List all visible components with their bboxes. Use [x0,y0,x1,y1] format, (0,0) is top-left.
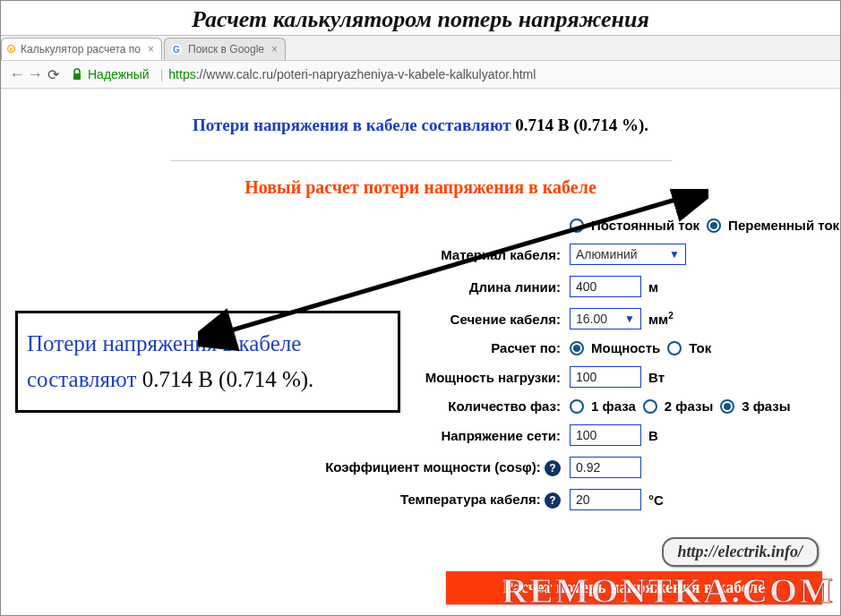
unit-temp: °С [648,492,664,508]
svg-rect-4 [73,73,81,80]
help-icon[interactable]: ? [545,492,561,509]
row-length: Длина линии: м [1,276,840,297]
label-material: Материал кабеля: [1,247,570,262]
radio-power[interactable] [570,341,584,355]
callout-value: 0.714 В (0.714 %). [142,367,314,391]
svg-text:G: G [173,45,180,55]
input-voltage[interactable] [570,424,641,446]
address-bar: ← → ⟳ Надежный | https://www.calc.ru/pot… [1,60,840,89]
label-ac: Переменный ток [728,218,839,233]
input-length[interactable] [570,276,641,297]
unit-length: м [648,279,658,295]
row-material: Материал кабеля: Алюминий ▼ [1,244,840,265]
browser-tabstrip: К Калькулятор расчета по × G Поиск в Goo… [1,35,840,60]
label-3phase: 3 фазы [742,398,790,414]
google-favicon-icon: G [170,43,183,56]
callout-box: Потери напряжения в кабеле составляют 0.… [15,311,400,413]
calculate-button[interactable]: Расчет потерь напряжения в кабеле [446,571,822,604]
unit-section: мм2 [648,311,674,327]
chevron-down-icon: ▼ [669,248,680,261]
page-heading: Расчет калькулятором потерь напряжения [1,1,840,35]
select-material-value: Алюминий [576,247,638,261]
label-1phase: 1 фаза [591,398,636,414]
close-icon[interactable]: × [148,43,154,56]
select-section-value: 16.00 [576,312,607,326]
url-field[interactable]: https://www.calc.ru/poteri-napryazheniya… [168,67,536,81]
nav-forward-icon[interactable]: → [26,65,44,84]
result-prefix: Потери напряжения в кабеле составляют [193,116,515,134]
result-summary: Потери напряжения в кабеле составляют 0.… [1,116,840,135]
input-temp[interactable] [570,489,641,510]
unit-load: Вт [648,370,665,385]
browser-tab-active[interactable]: К Калькулятор расчета по × [1,38,162,60]
label-length: Длина линии: [1,279,570,295]
url-scheme: https [168,67,195,81]
section-title: Новый расчет потери напряжения в кабеле [1,177,840,198]
browser-tab-title: Калькулятор расчета по [21,43,141,56]
secure-badge: Надежный [72,67,150,81]
label-voltage: Напряжение сети: [1,428,570,443]
label-cosphi: Коэффициент мощности (cosφ): ? [1,459,570,476]
input-cosphi[interactable] [570,457,641,478]
result-value: 0.714 В (0.714 %). [515,116,648,134]
nav-back-icon[interactable]: ← [8,65,26,84]
label-2phase: 2 фазы [665,398,713,414]
row-current-type: Постоянный ток Переменный ток [1,218,840,233]
unit-voltage: В [648,428,658,443]
label-temp: Температура кабеля: ? [1,492,570,509]
secure-label: Надежный [88,67,150,81]
row-cosphi: Коэффициент мощности (cosφ): ? [1,457,840,478]
row-voltage: Напряжение сети: В [1,424,840,446]
page-content: Потери напряжения в кабеле составляют 0.… [1,89,840,613]
radio-2phase[interactable] [643,399,657,414]
browser-tab-inactive[interactable]: G Поиск в Google × [164,38,286,60]
close-icon[interactable]: × [271,43,278,56]
label-power: Мощность [591,340,660,355]
help-icon[interactable]: ? [545,460,561,476]
radio-ac[interactable] [707,218,721,233]
lock-icon [72,68,82,81]
select-section[interactable]: 16.00 ▼ [570,308,641,329]
select-material[interactable]: Алюминий ▼ [570,244,686,265]
radio-dc[interactable] [570,218,584,233]
row-temp: Температура кабеля: ? °С [1,489,840,510]
source-link-badge[interactable]: http://electrik.info/ [662,537,820,567]
browser-tab-title: Поиск в Google [188,43,264,56]
input-load[interactable] [570,366,641,388]
calc-favicon-icon: К [7,43,15,56]
separator: | [160,67,164,81]
divider [170,160,672,161]
label-dc: Постоянный ток [591,218,699,233]
label-current: Ток [689,340,711,355]
chevron-down-icon: ▼ [624,312,635,325]
url-rest: ://www.calc.ru/poteri-napryazheniya-v-ka… [196,67,536,81]
radio-1phase[interactable] [570,399,584,414]
radio-current[interactable] [667,341,682,355]
radio-3phase[interactable] [720,399,734,414]
reload-icon[interactable]: ⟳ [47,66,59,83]
